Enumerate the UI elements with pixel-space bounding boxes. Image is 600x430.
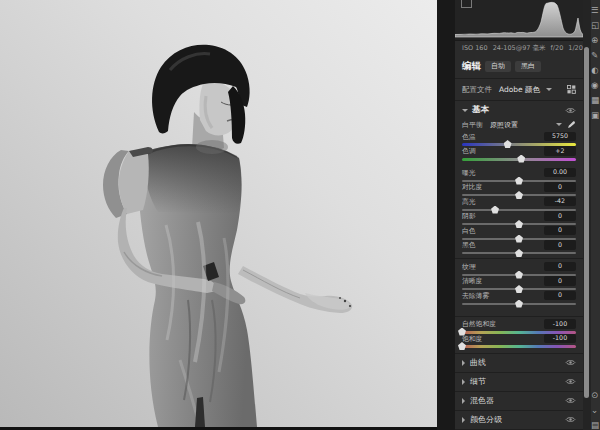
edit-panel: ISO 160 24-105@97 毫米 f/20 1/200 秒 编辑 自动 … bbox=[455, 0, 583, 430]
slider-track[interactable] bbox=[462, 303, 576, 305]
slider-track[interactable] bbox=[462, 331, 576, 334]
profile-select[interactable]: Adobe 颜色 bbox=[499, 85, 540, 95]
slider-value[interactable]: 0 bbox=[544, 182, 576, 192]
chevron-right-icon[interactable] bbox=[462, 360, 465, 366]
edit-header: 编辑 自动 黑白 bbox=[455, 55, 583, 79]
slider-thumb[interactable] bbox=[515, 191, 523, 199]
slider-value[interactable]: 0 bbox=[544, 276, 576, 286]
white-balance-select[interactable]: 原照设置 bbox=[490, 120, 518, 130]
slider-track[interactable] bbox=[462, 252, 576, 254]
bw-button[interactable]: 黑白 bbox=[515, 61, 541, 72]
eye-icon[interactable] bbox=[565, 378, 576, 385]
slider-value[interactable]: 5750 bbox=[544, 132, 576, 142]
slider-thumb[interactable] bbox=[515, 177, 523, 185]
slider-track[interactable] bbox=[462, 194, 576, 196]
slider-track[interactable] bbox=[462, 274, 576, 276]
panel-section[interactable]: 混色器 bbox=[455, 391, 583, 410]
slider-value[interactable]: -100 bbox=[544, 319, 576, 329]
exif-aperture: f/20 bbox=[551, 44, 564, 52]
slider-thumb[interactable] bbox=[515, 220, 523, 228]
brush-icon[interactable]: ✎ bbox=[591, 50, 600, 60]
panel-section[interactable]: 颜色分级 bbox=[455, 410, 583, 429]
scrollbar[interactable] bbox=[584, 47, 589, 398]
slider-value[interactable]: 0 bbox=[544, 226, 576, 236]
chevron-right-icon[interactable] bbox=[462, 379, 465, 385]
slider-label: 饱和度 bbox=[462, 334, 482, 344]
slider-value[interactable]: 0 bbox=[544, 262, 576, 272]
red-eye-icon[interactable]: ◉ bbox=[591, 80, 600, 90]
profile-label: 配置文件 bbox=[462, 85, 492, 95]
slider-value[interactable]: 0 bbox=[544, 291, 576, 301]
slider-thumb[interactable] bbox=[515, 235, 523, 243]
exif-shutter: 1/200 秒 bbox=[568, 44, 583, 53]
slider-value[interactable]: +2 bbox=[544, 146, 576, 156]
slider-thumb[interactable] bbox=[515, 300, 523, 308]
filmstrip-icon[interactable]: ▤ bbox=[591, 420, 600, 430]
geometry-icon[interactable]: ▣ bbox=[591, 110, 600, 120]
edit-icon[interactable]: ☰ bbox=[591, 5, 600, 15]
slider-row: 对比度 0 bbox=[455, 183, 583, 198]
histogram[interactable] bbox=[455, 0, 583, 41]
slider-row: 曝光 0.00 bbox=[455, 168, 583, 183]
panel-section[interactable]: 细节 bbox=[455, 372, 583, 391]
chevron-down-icon[interactable] bbox=[556, 123, 562, 126]
auto-button[interactable]: 自动 bbox=[485, 61, 511, 72]
heal-icon[interactable]: ⊕ bbox=[591, 35, 600, 45]
eye-icon[interactable] bbox=[565, 397, 576, 404]
chevron-right-icon[interactable] bbox=[462, 398, 465, 404]
slider-thumb[interactable] bbox=[515, 271, 523, 279]
slider-row: 色温 5750 bbox=[455, 132, 583, 147]
slider-track[interactable] bbox=[462, 143, 576, 146]
photo-woman-portrait bbox=[0, 0, 437, 427]
photo-canvas[interactable] bbox=[0, 0, 437, 427]
slider-thumb[interactable] bbox=[504, 140, 512, 148]
slider-value[interactable]: 0.00 bbox=[544, 168, 576, 178]
slider-label: 白色 bbox=[462, 226, 476, 236]
slider-row: 纹理 0 bbox=[455, 262, 583, 277]
exif-iso: ISO 160 bbox=[462, 44, 488, 52]
slider-thumb[interactable] bbox=[517, 155, 525, 163]
slider-track[interactable] bbox=[462, 158, 576, 161]
slider-track[interactable] bbox=[462, 345, 576, 348]
slider-label: 高光 bbox=[462, 197, 476, 207]
slider-track[interactable] bbox=[462, 209, 576, 211]
slider-value[interactable]: -100 bbox=[544, 334, 576, 344]
slider-track[interactable] bbox=[462, 238, 576, 240]
profile-browser-icon[interactable] bbox=[567, 85, 576, 94]
panel-section[interactable]: 曲线 bbox=[455, 353, 583, 372]
slider-row: 白色 0 bbox=[455, 226, 583, 241]
color-slider-group: 自然饱和度 -100 饱和度 -100 bbox=[455, 320, 583, 349]
slider-value[interactable]: 0 bbox=[544, 240, 576, 250]
slider-thumb[interactable] bbox=[491, 206, 499, 214]
zoom-icon[interactable]: ⊙ bbox=[591, 390, 600, 400]
crop-icon[interactable]: ◱ bbox=[591, 20, 600, 30]
slider-label: 对比度 bbox=[462, 182, 482, 192]
slider-label: 曝光 bbox=[462, 168, 476, 178]
slider-track[interactable] bbox=[462, 223, 576, 225]
panel-scrollbar-track[interactable] bbox=[583, 0, 591, 430]
basic-section-header[interactable]: 基本 bbox=[455, 101, 583, 117]
slider-label: 自然饱和度 bbox=[462, 319, 496, 329]
eye-icon[interactable] bbox=[565, 359, 576, 366]
divider bbox=[455, 316, 583, 317]
slider-row: 去除薄雾 0 bbox=[455, 291, 583, 306]
presets-icon[interactable]: ▦ bbox=[591, 95, 600, 105]
slider-thumb[interactable] bbox=[515, 285, 523, 293]
slider-track[interactable] bbox=[462, 288, 576, 290]
mask-icon[interactable]: ◐ bbox=[591, 65, 600, 75]
slider-value[interactable]: 0 bbox=[544, 211, 576, 221]
slider-row: 清晰度 0 bbox=[455, 277, 583, 292]
eyedropper-icon[interactable] bbox=[567, 120, 576, 129]
eye-icon[interactable] bbox=[565, 416, 576, 423]
chevron-down-icon[interactable] bbox=[462, 109, 468, 112]
section-label: 曲线 bbox=[470, 357, 486, 368]
slider-value[interactable]: -42 bbox=[544, 197, 576, 207]
collapse-icon[interactable]: ⌄ bbox=[591, 405, 600, 415]
chevron-right-icon[interactable] bbox=[462, 417, 465, 423]
slider-thumb[interactable] bbox=[515, 249, 523, 257]
shadow-clipping-indicator[interactable] bbox=[461, 0, 472, 8]
slider-track[interactable] bbox=[462, 180, 576, 182]
slider-label: 清晰度 bbox=[462, 276, 482, 286]
eye-icon[interactable] bbox=[565, 107, 576, 114]
chevron-down-icon[interactable] bbox=[546, 88, 552, 91]
